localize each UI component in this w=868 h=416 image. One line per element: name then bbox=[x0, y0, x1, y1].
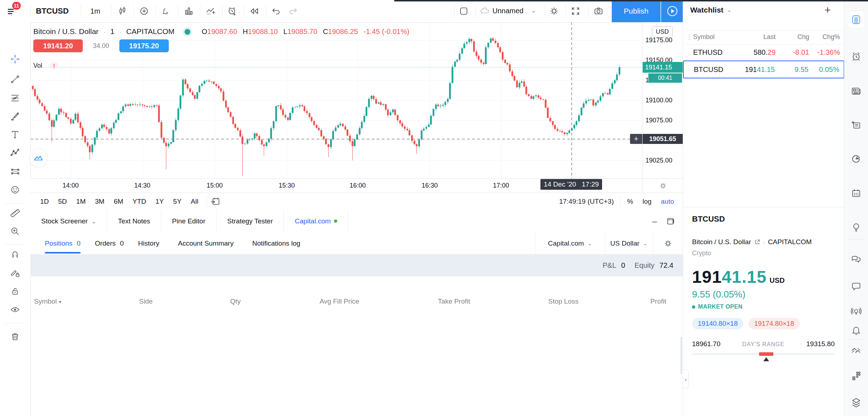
panel-tab[interactable]: Capital.com ⌄ bbox=[284, 210, 348, 233]
chart-legend[interactable]: Bitcoin / U.S. Dollar · 1 · CAPITALCOM O… bbox=[33, 27, 409, 36]
add-symbol-button[interactable]: + bbox=[824, 4, 831, 16]
lock-all-drawings-button[interactable] bbox=[7, 284, 23, 299]
range-button[interactable]: YTD bbox=[128, 198, 151, 205]
cloud-save-icon-button[interactable] bbox=[477, 3, 492, 19]
magnet-mode-button[interactable] bbox=[7, 247, 23, 262]
crosshair-tool-button[interactable] bbox=[7, 51, 23, 67]
volume-study-row[interactable]: Vol ! bbox=[33, 62, 58, 69]
sidebar-chats-button[interactable] bbox=[848, 252, 864, 267]
remove-drawings-button[interactable] bbox=[7, 329, 23, 344]
chart-style-button[interactable] bbox=[115, 3, 130, 19]
trading-settings-button[interactable] bbox=[653, 233, 683, 254]
range-button[interactable]: 3M bbox=[90, 198, 109, 205]
watchlist-title[interactable]: Watchlist bbox=[690, 6, 724, 14]
symbol-search-button[interactable]: BTCUSD bbox=[36, 6, 69, 16]
table-column-header[interactable]: Side bbox=[102, 298, 192, 305]
crosshair-add-order-button[interactable]: + bbox=[630, 134, 642, 144]
col-last[interactable]: Last bbox=[763, 33, 776, 41]
auto-scale-button[interactable]: auto bbox=[661, 198, 674, 205]
clock[interactable]: 17:49:19 (UTC+3) bbox=[559, 198, 614, 205]
trend-line-tool-button[interactable] bbox=[7, 72, 23, 87]
panel-tab[interactable]: Stock Screener ⌄ bbox=[30, 210, 107, 233]
sidebar-trading-panel-button[interactable] bbox=[848, 343, 864, 359]
scrollbar-thumb[interactable] bbox=[681, 337, 682, 374]
sidebar-notifications-button[interactable] bbox=[848, 323, 864, 339]
sidebar-ideas-stream-button[interactable] bbox=[848, 304, 864, 319]
watchlist-row[interactable]: ETHUSD 580.29 -8.01 -1.36% bbox=[683, 44, 844, 61]
watchlist-row[interactable]: BTCUSD 19141.15 9.55 0.05% bbox=[683, 61, 844, 78]
currency-selector[interactable]: US Dollar ⌄ bbox=[605, 233, 653, 254]
external-link-icon[interactable] bbox=[754, 239, 760, 245]
range-button[interactable]: 1Y bbox=[151, 198, 168, 205]
trading-nav-tab[interactable]: History bbox=[138, 233, 163, 254]
range-button[interactable]: 5D bbox=[53, 198, 71, 205]
market-status-dot[interactable] bbox=[185, 29, 190, 35]
broker-selector[interactable]: Capital.com ⌄ bbox=[535, 233, 605, 254]
indicators-fx-button[interactable]: fx bbox=[158, 3, 174, 19]
table-column-header[interactable]: Avg Fill Price bbox=[281, 298, 400, 305]
trading-nav-tab[interactable]: Notifications log bbox=[252, 233, 305, 254]
publish-play-button[interactable] bbox=[661, 0, 683, 22]
panel-tab[interactable]: Strategy Tester ⌄ bbox=[216, 210, 284, 233]
volume-error-badge[interactable]: ! bbox=[50, 62, 58, 69]
bid-size-pill[interactable]: 19140.80×18 bbox=[692, 318, 743, 329]
gann-fibonacci-tool-button[interactable] bbox=[7, 90, 23, 106]
sidebar-text-notes-button[interactable] bbox=[848, 117, 864, 133]
chevron-down-icon[interactable]: ⌄ bbox=[531, 7, 536, 14]
fullscreen-button[interactable] bbox=[568, 3, 583, 19]
table-column-header[interactable]: Take Profit bbox=[400, 298, 511, 305]
layout-name[interactable]: Unnamed bbox=[492, 7, 524, 15]
collapse-panel-handle[interactable]: › bbox=[683, 369, 689, 389]
sidebar-watchlist-button[interactable] bbox=[848, 12, 864, 28]
indicators-button[interactable] bbox=[181, 3, 197, 19]
range-button[interactable]: 1M bbox=[72, 198, 90, 205]
drag-handle-icon[interactable]: ⋮ bbox=[686, 33, 692, 41]
prediction-tool-button[interactable] bbox=[7, 164, 23, 179]
table-column-header[interactable]: Stop Loss bbox=[511, 298, 618, 305]
percent-scale-button[interactable]: % bbox=[627, 198, 633, 205]
table-column-header[interactable]: Symbol▾ bbox=[30, 298, 102, 305]
trading-nav-tab[interactable]: Account Summary bbox=[178, 233, 238, 254]
zoom-in-tool-button[interactable] bbox=[7, 223, 23, 239]
snapshot-button[interactable] bbox=[591, 3, 606, 19]
buy-button[interactable]: 19175.20 bbox=[119, 39, 169, 52]
log-scale-button[interactable]: log bbox=[643, 198, 652, 205]
go-to-date-button[interactable] bbox=[210, 197, 220, 207]
undo-button[interactable] bbox=[268, 3, 284, 19]
sidebar-calendar-button[interactable] bbox=[848, 185, 864, 201]
range-button[interactable]: 5Y bbox=[168, 198, 186, 205]
layout-select-button[interactable] bbox=[456, 3, 472, 19]
sidebar-news-button[interactable] bbox=[848, 83, 864, 99]
panel-tab[interactable]: Pine Editor ⌄ bbox=[161, 210, 216, 233]
main-menu-button[interactable]: 11 bbox=[4, 3, 19, 19]
col-chgp[interactable]: Chg% bbox=[822, 33, 840, 41]
chart-settings-button[interactable] bbox=[546, 3, 562, 19]
interval-button[interactable]: 1m bbox=[90, 7, 100, 15]
replay-button[interactable] bbox=[247, 3, 262, 19]
panel-tab[interactable]: Text Notes ⌄ bbox=[107, 210, 161, 233]
compare-add-button[interactable] bbox=[136, 3, 152, 19]
pattern-tool-button[interactable] bbox=[7, 145, 23, 161]
table-column-header[interactable]: Qty bbox=[192, 298, 281, 305]
templates-button[interactable] bbox=[203, 3, 219, 19]
drawing-mode-lock-button[interactable] bbox=[7, 265, 23, 281]
minimize-panel-button[interactable]: – bbox=[652, 216, 657, 226]
trading-nav-tab[interactable]: Orders 0 bbox=[95, 233, 124, 254]
hide-all-drawings-button[interactable] bbox=[7, 302, 23, 318]
col-chg[interactable]: Chg bbox=[797, 33, 809, 41]
tradingview-logo[interactable] bbox=[29, 149, 48, 167]
redo-button[interactable] bbox=[285, 3, 301, 19]
brush-tool-button[interactable] bbox=[7, 108, 23, 124]
price-axis[interactable]: 19175.0019150.0019125.0019100.0019075.00… bbox=[643, 22, 683, 178]
sidebar-alerts-button[interactable] bbox=[848, 49, 864, 64]
trading-nav-tab[interactable]: Positions 0 bbox=[45, 233, 81, 254]
range-button[interactable]: All bbox=[186, 198, 203, 205]
range-button[interactable]: 1D bbox=[35, 198, 53, 205]
chevron-down-icon[interactable]: ⌄ bbox=[727, 7, 732, 13]
range-button[interactable]: 6M bbox=[109, 198, 128, 205]
sidebar-private-chat-button[interactable] bbox=[848, 279, 864, 294]
sidebar-object-tree-button[interactable] bbox=[848, 395, 864, 411]
ask-size-pill[interactable]: 19174.80×18 bbox=[748, 318, 800, 329]
axis-settings-corner[interactable] bbox=[643, 178, 683, 193]
publish-button[interactable]: Publish bbox=[612, 0, 660, 22]
